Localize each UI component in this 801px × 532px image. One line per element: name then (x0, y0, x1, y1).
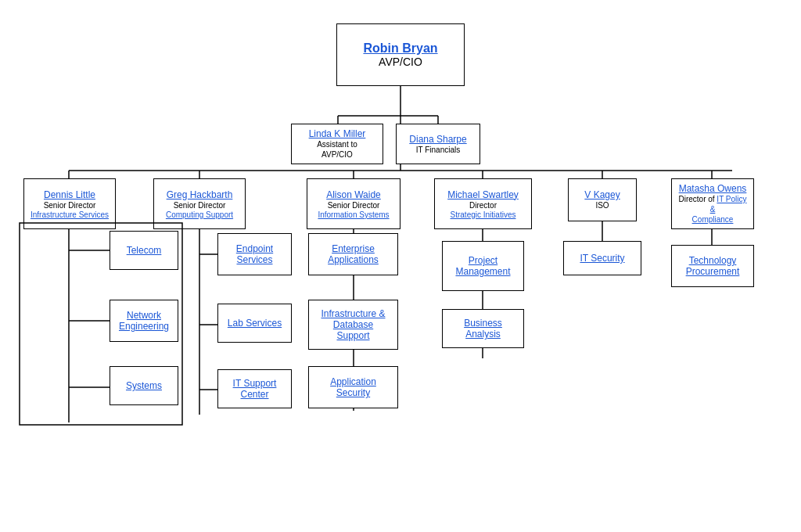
dennis-name: Dennis Little (44, 189, 95, 200)
director-matasha-box: Matasha Owens Director of IT Policy &Com… (671, 178, 754, 229)
director-alison-box: Alison Waide Senior Director Information… (307, 178, 400, 229)
enterprise-applications-label: EnterpriseApplications (328, 243, 379, 265)
org-chart: Robin Bryan AVP/CIO Linda K Miller Assis… (0, 0, 801, 532)
infrastructure-database-box: Infrastructure &DatabaseSupport (308, 300, 398, 350)
application-security-box: ApplicationSecurity (308, 366, 398, 408)
systems-label: Systems (126, 380, 162, 391)
endpoint-services-label: EndpointServices (236, 243, 273, 265)
linda-name: Linda K Miller (309, 128, 366, 139)
business-analysis-box: Business Analysis (442, 309, 524, 348)
alison-dept: Information Systems (318, 210, 389, 219)
telecom-label: Telecom (127, 245, 162, 256)
greg-dept: Computing Support (166, 210, 233, 219)
alison-title: Senior Director (328, 200, 380, 210)
project-management-label: ProjectManagement (455, 255, 510, 277)
director-greg-box: Greg Hackbarth Senior Director Computing… (153, 178, 246, 229)
project-management-box: ProjectManagement (442, 241, 524, 291)
dennis-title: Senior Director (44, 200, 96, 210)
matasha-title: Director of IT Policy &Compliance (677, 194, 749, 225)
root-title: AVP/CIO (379, 56, 422, 68)
alison-name: Alison Waide (326, 189, 381, 200)
director-dennis-box: Dennis Little Senior Director Infrastruc… (23, 178, 116, 229)
technology-procurement-box: TechnologyProcurement (671, 245, 754, 287)
infrastructure-database-label: Infrastructure &DatabaseSupport (321, 308, 385, 341)
matasha-name: Matasha Owens (679, 183, 747, 194)
michael-name: Michael Swartley (447, 189, 519, 200)
michael-dept: Strategic Initiatives (451, 210, 516, 219)
diana-name: Diana Sharpe (409, 134, 466, 145)
director-vkagey-box: V Kagey ISO (568, 178, 637, 221)
dennis-dept: Infrastructure Services (31, 210, 109, 219)
matasha-dept: IT Policy &Compliance (692, 195, 747, 224)
technology-procurement-label: TechnologyProcurement (686, 255, 740, 277)
application-security-label: ApplicationSecurity (330, 376, 376, 398)
lab-services-box: Lab Services (217, 304, 292, 343)
business-analysis-label: Business Analysis (447, 318, 519, 340)
assistant-linda-box: Linda K Miller Assistant toAVP/CIO (291, 124, 383, 164)
network-engineering-label: NetworkEngineering (119, 310, 169, 332)
systems-box: Systems (110, 366, 178, 405)
greg-title: Senior Director (174, 200, 226, 210)
linda-title: Assistant toAVP/CIO (317, 139, 357, 160)
diana-title: IT Financials (416, 145, 461, 155)
network-engineering-box: NetworkEngineering (110, 300, 178, 342)
lab-services-label: Lab Services (228, 318, 282, 329)
greg-name: Greg Hackbarth (167, 189, 233, 200)
root-name: Robin Bryan (363, 41, 437, 56)
root-box: Robin Bryan AVP/CIO (336, 23, 465, 86)
endpoint-services-box: EndpointServices (217, 233, 292, 275)
enterprise-applications-box: EnterpriseApplications (308, 233, 398, 275)
assistant-diana-box: Diana Sharpe IT Financials (396, 124, 480, 164)
vkagey-title: ISO (595, 200, 609, 210)
it-security-label: IT Security (580, 253, 624, 264)
director-michael-box: Michael Swartley Director Strategic Init… (434, 178, 532, 229)
it-support-center-box: IT Support Center (217, 369, 292, 408)
it-security-box: IT Security (563, 241, 641, 275)
it-support-center-label: IT Support Center (223, 378, 286, 400)
vkagey-name: V Kagey (584, 189, 620, 200)
telecom-box: Telecom (110, 231, 178, 270)
michael-title: Director (469, 200, 497, 210)
